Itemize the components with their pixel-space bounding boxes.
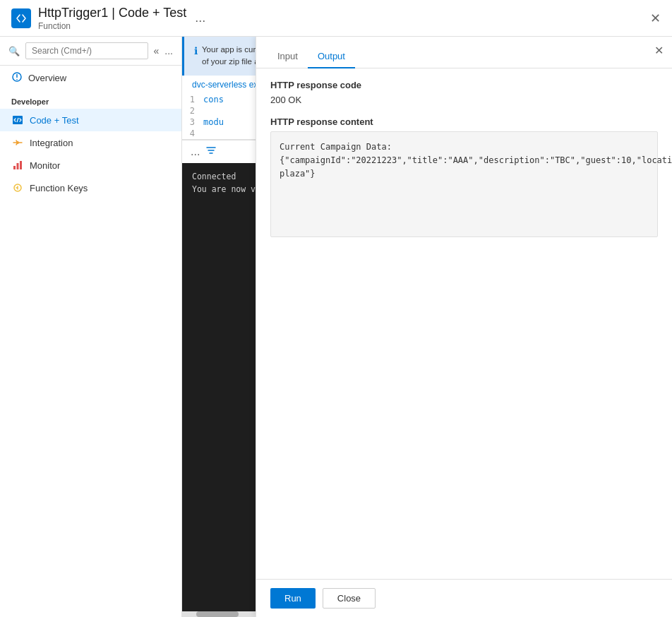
main-layout: 🔍 « ... Overview Developer Code + Test I… (0, 37, 672, 617)
sidebar-item-overview[interactable]: Overview (0, 66, 181, 90)
scrollbar-thumb[interactable] (196, 611, 239, 617)
line-num-1: 1 (182, 95, 203, 104)
sidebar-item-integration[interactable]: Integration (0, 131, 181, 154)
close-button[interactable]: Close (323, 588, 376, 609)
monitor-icon (11, 159, 24, 172)
integration-label: Integration (30, 138, 73, 148)
line-content-3: modu (203, 117, 224, 127)
tab-output[interactable]: Output (308, 45, 355, 68)
title-text: HttpTrigger1 | Code + Test Function (38, 6, 186, 31)
tab-input[interactable]: Input (268, 45, 308, 68)
info-icon: ℹ (194, 44, 198, 68)
line-num-4: 4 (182, 128, 203, 138)
sidebar-item-function-keys[interactable]: Function Keys (0, 176, 181, 199)
filter-button[interactable] (205, 145, 217, 159)
sidebar-search-bar: 🔍 « ... (0, 37, 181, 66)
function-keys-label: Function Keys (30, 183, 88, 193)
sidebar-item-code-test[interactable]: Code + Test (0, 109, 181, 131)
sidebar: 🔍 « ... Overview Developer Code + Test I… (0, 37, 182, 617)
search-icon: 🔍 (8, 46, 20, 56)
toolbar-more-button[interactable]: ... (191, 145, 200, 158)
title-close-button[interactable]: ✕ (650, 11, 661, 26)
content-area: ℹ Your app is currently in read only mod… (182, 37, 672, 617)
title-bar-left: HttpTrigger1 | Code + Test Function ... (11, 6, 650, 31)
overview-label: Overview (28, 73, 66, 83)
panel-close-button[interactable]: ✕ (654, 44, 664, 57)
sidebar-more-button[interactable]: ... (164, 45, 173, 56)
search-input[interactable] (25, 42, 148, 59)
page-subtitle: Function (38, 21, 186, 31)
http-response-code-value: 200 OK (270, 95, 658, 105)
panel-footer: Run Close (256, 579, 672, 617)
developer-section-header: Developer (0, 90, 181, 109)
code-test-icon (11, 114, 24, 126)
http-response-content-value: Current Campaign Data: {"campaignId":"20… (270, 131, 658, 237)
code-test-label: Code + Test (30, 115, 79, 126)
app-icon (11, 8, 31, 28)
function-keys-icon (11, 181, 24, 194)
svg-rect-7 (17, 163, 19, 169)
line-content-1: cons (203, 95, 224, 104)
svg-rect-6 (13, 166, 16, 169)
http-response-content-title: HTTP response content (270, 116, 658, 127)
monitor-label: Monitor (30, 160, 60, 171)
run-button[interactable]: Run (270, 588, 316, 609)
svg-point-5 (16, 141, 19, 144)
line-num-2: 2 (182, 106, 203, 116)
http-response-code-title: HTTP response code (270, 80, 658, 90)
page-title: HttpTrigger1 | Code + Test (38, 6, 186, 20)
panel-header: Input Output ✕ (256, 37, 672, 68)
sidebar-item-monitor[interactable]: Monitor (0, 154, 181, 176)
collapse-button[interactable]: « (154, 45, 160, 56)
svg-rect-8 (20, 161, 22, 169)
panel-body: HTTP response code 200 OK HTTP response … (256, 68, 672, 579)
panel-overlay: Input Output ✕ HTTP response code 200 OK… (256, 37, 672, 617)
title-bar: HttpTrigger1 | Code + Test Function ... … (0, 0, 672, 37)
svg-point-2 (16, 79, 18, 80)
integration-icon (11, 136, 24, 149)
line-num-3: 3 (182, 117, 203, 127)
overview-icon (11, 71, 23, 85)
title-more-button[interactable]: ... (195, 11, 205, 25)
code-icon (16, 13, 27, 24)
